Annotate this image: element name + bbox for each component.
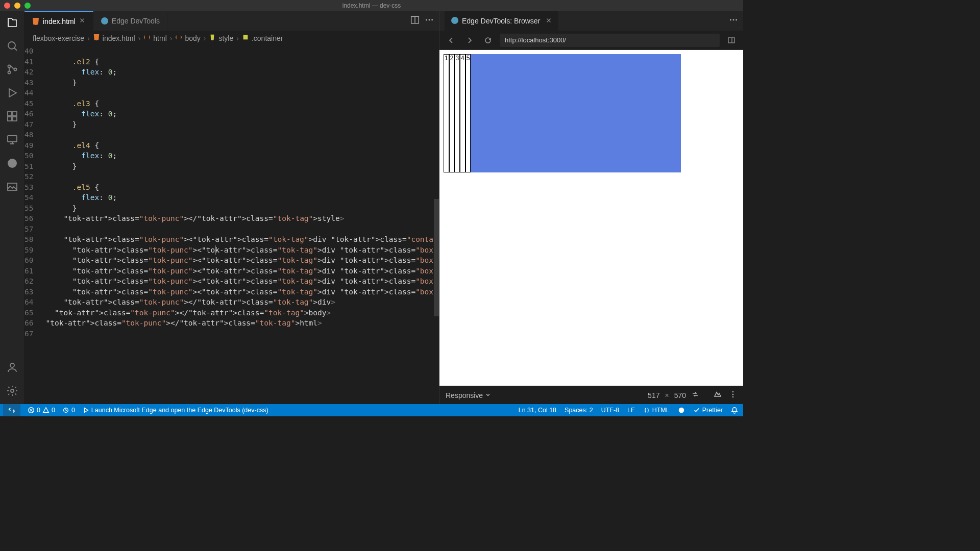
svg-point-16 [429, 19, 430, 21]
editor-tab-actions [405, 11, 439, 31]
browser-preview[interactable]: 1 2 3 4 5 [439, 50, 743, 386]
svg-point-9 [8, 159, 17, 168]
flex-box-3: 3 [454, 54, 460, 172]
search-icon[interactable] [5, 39, 19, 53]
svg-point-13 [101, 17, 108, 24]
more-actions-icon[interactable] [729, 15, 738, 27]
svg-point-12 [11, 389, 14, 392]
window-minimize-icon[interactable] [14, 3, 20, 9]
accounts-icon[interactable] [5, 360, 19, 374]
svg-rect-8 [8, 136, 17, 142]
line-numbers: 4041424344454647484950515253545556575859… [24, 46, 41, 404]
back-button[interactable] [445, 34, 458, 47]
url-bar[interactable]: http://localhost:3000/ [500, 34, 720, 47]
element-icon [175, 34, 182, 42]
tab-index-html[interactable]: index.html [24, 11, 93, 31]
launch-task-button[interactable]: Launch Microsoft Edge and open the Edge … [82, 407, 268, 414]
devtools-tabs: Edge DevTools: Browser [439, 11, 743, 31]
dock-icon[interactable] [725, 34, 738, 47]
edge-tools-icon[interactable] [5, 156, 19, 170]
flex-box-5: 5 [465, 54, 471, 172]
language-mode[interactable]: HTML [643, 407, 670, 414]
svg-point-26 [732, 396, 734, 398]
svg-rect-6 [8, 117, 12, 121]
tab-label: Edge DevTools: Browser [462, 17, 540, 25]
remote-explorer-icon[interactable] [5, 133, 19, 147]
forward-button[interactable] [463, 34, 476, 47]
browser-toolbar: http://localhost:3000/ [439, 31, 743, 50]
svg-point-11 [10, 363, 14, 367]
svg-point-1 [8, 65, 10, 68]
breadcrumb-style: style [209, 34, 233, 42]
problems-button[interactable]: 0 0 [28, 407, 55, 414]
chevron-right-icon: › [87, 34, 90, 42]
code-editor[interactable]: 4041424344454647484950515253545556575859… [24, 46, 439, 404]
rotate-icon[interactable] [691, 390, 699, 400]
window-maximize-icon[interactable] [24, 3, 31, 9]
viewport-height[interactable]: 570 [674, 391, 686, 399]
go-live-button[interactable] [678, 407, 685, 414]
editor-group: index.html Edge DevTools flexbox-exercis… [24, 11, 439, 404]
flex-box-4: 4 [460, 54, 465, 172]
svg-point-2 [8, 71, 10, 74]
settings-gear-icon[interactable] [5, 384, 19, 398]
svg-rect-18 [243, 35, 248, 40]
chevron-right-icon: › [138, 34, 141, 42]
scrollbar-thumb[interactable] [434, 199, 439, 316]
window-title: index.html — dev-css [342, 2, 401, 9]
breadcrumb-container: .container [242, 34, 283, 42]
image-icon[interactable] [5, 180, 19, 194]
close-icon[interactable] [545, 17, 552, 26]
style-icon [209, 34, 216, 42]
tab-edge-devtools[interactable]: Edge DevTools [93, 11, 167, 31]
reload-button[interactable] [481, 34, 495, 47]
split-editor-icon[interactable] [410, 15, 420, 27]
svg-point-22 [736, 19, 737, 21]
svg-point-25 [732, 394, 734, 395]
explorer-icon[interactable] [5, 15, 19, 30]
chevron-right-icon: › [204, 34, 206, 42]
responsive-dropdown[interactable]: Responsive [446, 391, 491, 399]
encoding[interactable]: UTF-8 [601, 407, 619, 414]
svg-point-15 [426, 19, 427, 21]
breadcrumb-file: index.html [93, 34, 135, 42]
prettier-button[interactable]: Prettier [693, 407, 723, 414]
extensions-icon[interactable] [5, 109, 19, 123]
svg-point-24 [732, 391, 734, 393]
svg-point-3 [14, 68, 16, 71]
notifications-icon[interactable] [731, 407, 738, 414]
flex-box-2: 2 [449, 54, 455, 172]
svg-point-0 [8, 42, 15, 49]
screenshot-icon[interactable] [714, 390, 722, 400]
source-control-icon[interactable] [5, 62, 19, 77]
times-icon: × [665, 391, 669, 399]
more-actions-icon[interactable] [425, 15, 434, 27]
selector-icon [242, 34, 249, 42]
remote-button[interactable] [3, 404, 20, 416]
svg-point-21 [733, 19, 734, 21]
breadcrumb[interactable]: flexbox-exercise › index.html › html › b… [24, 31, 439, 46]
flex-container: 1 2 3 4 5 [444, 54, 681, 172]
chevron-down-icon [485, 391, 491, 399]
run-debug-icon[interactable] [5, 86, 19, 100]
editor-tabs: index.html Edge DevTools [24, 11, 439, 31]
viewport-width[interactable]: 517 [648, 391, 659, 399]
chevron-right-icon: › [170, 34, 173, 42]
breadcrumb-html: html [143, 34, 166, 42]
tab-devtools-browser[interactable]: Edge DevTools: Browser [445, 11, 558, 31]
indentation[interactable]: Spaces: 2 [565, 407, 593, 414]
chevron-right-icon: › [236, 34, 239, 42]
ports-button[interactable]: 0 [62, 407, 75, 414]
eol[interactable]: LF [627, 407, 635, 414]
window-close-icon[interactable] [4, 3, 10, 9]
svg-point-17 [431, 19, 433, 21]
device-toolbar: Responsive 517 × 570 [439, 386, 743, 404]
breadcrumb-body: body [175, 34, 200, 42]
cursor-position[interactable]: Ln 31, Col 18 [519, 407, 556, 414]
svg-rect-4 [8, 112, 12, 116]
close-icon[interactable] [79, 17, 86, 26]
edge-icon [451, 16, 459, 26]
flex-box-1: 1 [444, 54, 449, 172]
svg-rect-10 [8, 183, 17, 190]
more-options-icon[interactable] [729, 390, 737, 400]
